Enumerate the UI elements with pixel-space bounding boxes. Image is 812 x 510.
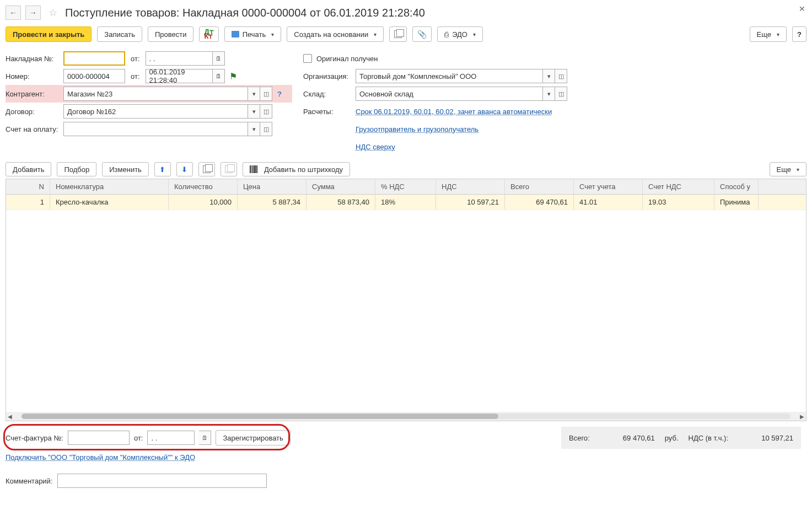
copy-rows-icon [203,165,211,173]
contragent-open[interactable]: ◫ [260,87,272,101]
paste-rows-icon [225,165,233,173]
from-label-1: от: [131,55,140,63]
invoice-no-input[interactable] [63,51,125,66]
sf-label: Счет-фактура №: [6,434,63,442]
totals-panel: Всего: 69 470,61 руб. НДС (в т.ч.): 10 5… [561,427,801,449]
total-value: 69 470,61 [600,434,655,442]
total-label: Всего: [569,434,590,442]
contragent-dropdown[interactable]: ▾ [248,87,260,101]
contract-open[interactable]: ◫ [260,104,272,119]
col-vat[interactable]: НДС [436,179,505,194]
payment-acc-open[interactable]: ◫ [260,122,272,136]
payment-acc-input[interactable] [63,122,248,136]
help-button[interactable]: ? [792,26,806,42]
flag-icon[interactable]: ⚑ [229,71,237,82]
org-open[interactable]: ◫ [555,69,567,83]
number-input[interactable]: 0000-000004 [63,69,125,83]
payment-acc-dropdown[interactable]: ▾ [248,122,260,136]
contragent-input[interactable]: Магазин №23 [63,87,248,101]
printer-icon [232,31,239,37]
pick-button[interactable]: Подбор [57,162,96,176]
col-acc[interactable]: Счет учета [574,179,643,194]
post-and-close-button[interactable]: Провести и закрыть [6,26,92,42]
contract-label: Договор: [6,108,63,116]
horizontal-scrollbar[interactable]: ◀▶ [6,412,806,421]
payment-acc-label: Счет на оплату: [6,125,63,133]
nav-forward-button[interactable]: → [25,6,41,20]
col-price[interactable]: Цена [238,179,306,194]
vat-total-label: НДС (в т.ч.): [689,434,729,442]
invoice-date-input[interactable]: . . [146,51,213,66]
items-table[interactable]: N Номенклатура Количество Цена Сумма % Н… [6,179,806,421]
more-button[interactable]: Еще [750,26,787,42]
col-vatp[interactable]: % НДС [375,179,436,194]
from-label-2: от: [131,72,140,80]
paperclip-icon: 📎 [417,30,427,39]
org-label: Организация: [303,72,356,80]
invoice-no-label: Накладная №: [6,55,63,63]
original-received-label: Оригинал получен [316,55,378,63]
col-vatacc[interactable]: Счет НДС [643,179,714,194]
sf-number-input[interactable] [68,431,130,445]
vat-total-value: 10 597,21 [738,434,793,442]
change-button[interactable]: Изменить [102,162,149,176]
paste-row-button[interactable] [221,162,237,176]
table-more-button[interactable]: Еще [770,162,806,176]
edo-button[interactable]: ⎙ЭДО [437,26,483,42]
col-total[interactable]: Всего [505,179,574,194]
contragent-label: Контрагент: [6,90,63,98]
post-button[interactable]: Провести [148,26,194,42]
create-based-on-button[interactable]: Создать на основании [287,26,384,42]
sf-date-input[interactable]: . . [147,431,195,445]
structure-button[interactable] [389,26,407,42]
original-received-checkbox[interactable] [303,54,312,63]
contract-dropdown[interactable]: ▾ [248,104,260,119]
shipper-link[interactable]: Грузоотправитель и грузополучатель [356,125,478,133]
comment-input[interactable] [57,474,267,488]
col-method[interactable]: Способ у [714,179,759,194]
calc-label: Расчеты: [303,108,356,116]
col-qty[interactable]: Количество [169,179,238,194]
vat-mode-link[interactable]: НДС сверху [356,143,395,151]
dtkt-button[interactable]: ДᴛКᴛ [199,26,218,42]
contract-input[interactable]: Договор №162 [63,104,248,119]
col-nom[interactable]: Номенклатура [50,179,169,194]
col-n[interactable]: N [6,179,50,194]
copy-row-button[interactable] [198,162,215,176]
add-by-barcode-button[interactable]: Добавить по штрихкоду [243,162,350,176]
warehouse-label: Склад: [303,90,356,98]
move-down-button[interactable]: ⬇ [176,162,193,176]
print-button[interactable]: Печать [224,26,282,42]
table-row[interactable]: 1 Кресло-качалка 10,000 5 887,34 58 873,… [6,195,806,210]
attach-button[interactable]: 📎 [412,26,432,42]
contragent-help[interactable]: ? [275,87,284,101]
add-row-button[interactable]: Добавить [6,162,51,176]
move-up-button[interactable]: ⬆ [154,162,171,176]
org-dropdown[interactable]: ▾ [543,69,555,83]
connect-edo-link[interactable]: Подключить "ООО "Торговый дом "Комплексн… [6,453,195,461]
warehouse-open[interactable]: ◫ [555,87,567,101]
calc-link[interactable]: Срок 06.01.2019, 60.01, 60.02, зачет ава… [356,108,552,116]
warehouse-input[interactable]: Основной склад [356,87,543,101]
record-button[interactable]: Записать [97,26,142,42]
calendar-icon-2[interactable]: 🗓 [213,69,225,83]
col-sum[interactable]: Сумма [306,179,375,194]
register-sf-button[interactable]: Зарегистрировать [216,430,290,445]
barcode-icon [250,165,257,173]
sf-calendar-icon[interactable]: 🗓 [199,431,211,445]
comment-label: Комментарий: [6,477,53,485]
favorite-icon[interactable]: ☆ [49,7,57,19]
nav-back-button[interactable]: ← [6,6,21,20]
warehouse-dropdown[interactable]: ▾ [543,87,555,101]
sf-from-label: от: [134,434,143,442]
org-input[interactable]: Торговый дом "Комплексный" ООО [356,69,543,83]
page-title: Поступление товаров: Накладная 0000-0000… [65,7,425,19]
calendar-icon[interactable]: 🗓 [213,51,225,66]
currency-label: руб. [665,434,679,442]
close-icon[interactable]: ✕ [799,4,805,13]
copy-icon [394,30,402,38]
number-label: Номер: [6,72,63,80]
edo-icon: ⎙ [444,30,449,39]
date-input[interactable]: 06.01.2019 21:28:40 [146,69,213,83]
